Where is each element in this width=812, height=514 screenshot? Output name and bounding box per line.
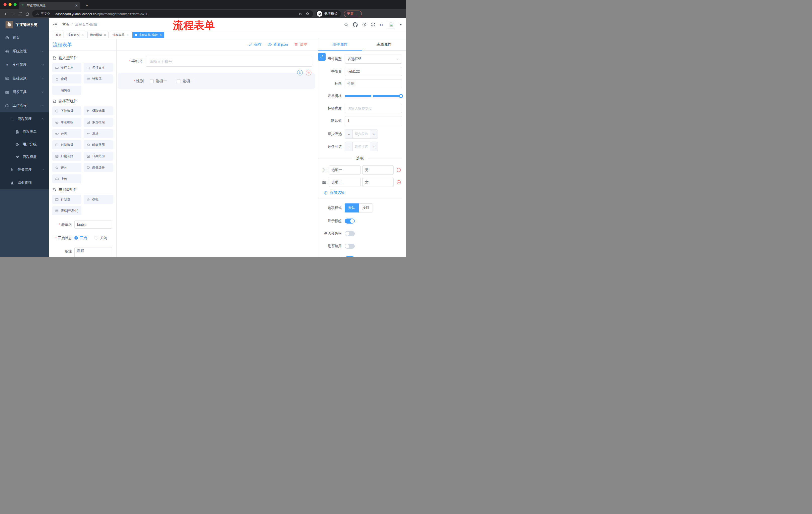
gender-option-1[interactable]: 选项一 — [150, 79, 167, 83]
menu-fold-icon[interactable] — [53, 22, 58, 27]
sidebar-item-workflow[interactable]: 工作流程 — [0, 99, 49, 112]
phone-field-row[interactable]: 手机号 — [118, 56, 312, 66]
component-date-picker[interactable]: 日期选择 — [52, 152, 81, 161]
component-color-picker[interactable]: 颜色选择 — [84, 163, 113, 172]
chrome-update-button[interactable]: 更新 ⋮ — [344, 10, 362, 17]
show-label-toggle-on[interactable] — [345, 218, 355, 223]
sidebar-item-process-form[interactable]: 流程表单 — [0, 126, 49, 138]
component-radio-group[interactable]: 单选框组 — [52, 118, 81, 127]
remove-option-icon[interactable] — [396, 180, 401, 185]
search-icon[interactable] — [344, 22, 348, 27]
view-tab-process-def[interactable]: 流程定义✕ — [65, 32, 86, 38]
external-link-button[interactable] — [318, 53, 326, 61]
component-time-range[interactable]: 时间范围 — [84, 140, 113, 150]
back-icon[interactable] — [2, 10, 9, 17]
sidebar-item-devtools[interactable]: 研发工具 — [0, 85, 49, 99]
gender-option-2[interactable]: 选项二 — [177, 79, 194, 83]
component-time-picker[interactable]: 时间选择 — [52, 140, 81, 150]
required-toggle-on[interactable] — [345, 256, 355, 257]
help-icon[interactable] — [362, 22, 367, 27]
option-2-value-input[interactable] — [362, 178, 394, 187]
checkbox[interactable] — [177, 79, 180, 83]
option-2-label-input[interactable] — [329, 178, 360, 187]
close-icon[interactable]: ✕ — [104, 33, 106, 37]
tab-close-icon[interactable]: ✕ — [75, 3, 78, 7]
radio-on-selected[interactable] — [75, 236, 78, 240]
label-width-input[interactable] — [345, 104, 402, 113]
address-bar[interactable]: 不安全 dashboard.yudao.iocoder.cn/bpm/manag… — [32, 10, 313, 17]
component-switch[interactable]: 开关 — [52, 129, 81, 138]
component-multi-text[interactable]: 多行文本 — [84, 63, 113, 72]
component-counter[interactable]: 计数器 — [84, 75, 113, 83]
component-row-container[interactable]: 行容器 — [52, 195, 81, 204]
selected-gender-component[interactable]: 性别 选项一 选项二 — [118, 73, 315, 89]
component-date-range[interactable]: 日期范围 — [84, 152, 113, 161]
slider-track[interactable] — [345, 95, 401, 97]
decrease-button[interactable]: − — [345, 130, 353, 138]
sidebar-item-home[interactable]: 首页 — [0, 31, 49, 45]
view-tab-process-form-edit[interactable]: 流程表单-编辑✕ — [133, 32, 164, 38]
max-select-placeholder[interactable]: 最多可选 — [353, 142, 370, 151]
component-editor[interactable]: 编辑器 — [52, 86, 81, 95]
close-icon[interactable]: ✕ — [160, 33, 162, 37]
forward-icon[interactable] — [9, 10, 17, 17]
view-tab-home[interactable]: 首页 — [53, 32, 64, 38]
duplicate-component-button[interactable] — [297, 70, 303, 76]
form-name-input[interactable] — [75, 220, 112, 228]
fullscreen-icon[interactable] — [371, 22, 375, 27]
clear-button[interactable]: 清空 — [294, 42, 307, 47]
component-type-select[interactable]: 多选框组 — [345, 55, 402, 64]
form-remark-textarea[interactable]: 嘿嘿 — [75, 247, 112, 257]
font-size-icon[interactable]: TT — [380, 23, 383, 27]
home-icon[interactable] — [24, 10, 31, 17]
bookmark-star-icon[interactable] — [306, 12, 310, 16]
sidebar-item-system[interactable]: 系统管理 — [0, 45, 49, 58]
sidebar-item-infra[interactable]: 基础设施 — [0, 72, 49, 85]
browser-menu-icon[interactable]: ⋮ — [355, 12, 359, 16]
component-table[interactable]: 表格[开发中] — [52, 206, 81, 215]
close-icon[interactable]: ✕ — [81, 33, 84, 37]
default-value-input[interactable] — [345, 116, 402, 125]
breadcrumb-home[interactable]: 首页 — [62, 22, 69, 27]
component-select[interactable]: 下拉选择 — [52, 106, 81, 115]
tab-form-props[interactable]: 表单属性 — [362, 39, 406, 50]
component-single-text[interactable]: 单行文本 — [52, 63, 81, 72]
decrease-button[interactable]: − — [345, 142, 353, 151]
slider-handle[interactable] — [399, 94, 403, 98]
style-default-button[interactable]: 默认 — [345, 204, 359, 213]
min-select-placeholder[interactable]: 至少应选 — [353, 130, 370, 138]
option-1-label-input[interactable] — [329, 165, 360, 174]
view-tab-process-model[interactable]: 流程模型✕ — [87, 32, 109, 38]
sidebar-item-process-model[interactable]: 流程模型 — [0, 151, 49, 163]
component-cascader[interactable]: 级联选择 — [84, 106, 113, 115]
save-button[interactable]: 保存 — [248, 42, 262, 47]
zoom-window-button[interactable] — [13, 3, 17, 6]
remove-option-icon[interactable] — [396, 167, 401, 172]
form-grid-slider[interactable] — [345, 91, 402, 101]
increase-button[interactable]: ＋ — [370, 130, 378, 138]
checkbox[interactable] — [150, 79, 153, 83]
close-icon[interactable]: ✕ — [126, 33, 128, 37]
reload-icon[interactable] — [17, 10, 24, 17]
border-toggle-off[interactable] — [345, 231, 355, 236]
radio-on-label[interactable]: 开启 — [80, 234, 87, 242]
radio-off[interactable] — [94, 236, 98, 240]
phone-field-input[interactable] — [146, 56, 312, 66]
style-button-button[interactable]: 按钮 — [359, 204, 373, 213]
title-input[interactable] — [345, 79, 402, 88]
security-label[interactable]: 不安全 — [41, 12, 50, 16]
view-tab-process-form[interactable]: 流程表单✕ — [110, 32, 131, 38]
avatar[interactable] — [388, 21, 395, 28]
component-button[interactable]: 按钮 — [84, 195, 113, 204]
field-name-input[interactable] — [345, 67, 402, 76]
tab-component-props[interactable]: 组件属性 — [318, 39, 362, 50]
avatar-caret-icon[interactable] — [400, 24, 402, 25]
browser-tab[interactable]: 芋道管理系统 ✕ — [19, 2, 80, 9]
sidebar-item-process-mgmt[interactable]: 流程管理 — [0, 112, 49, 126]
sidebar-item-payment[interactable]: 支付管理 — [0, 58, 49, 72]
new-tab-button[interactable]: ＋ — [84, 2, 90, 8]
drag-handle-icon[interactable] — [322, 180, 326, 185]
component-checkbox-group[interactable]: 多选框组 — [84, 118, 113, 127]
sidebar-item-task-mgmt[interactable]: 任务管理 — [0, 163, 49, 176]
increase-button[interactable]: ＋ — [370, 142, 378, 151]
